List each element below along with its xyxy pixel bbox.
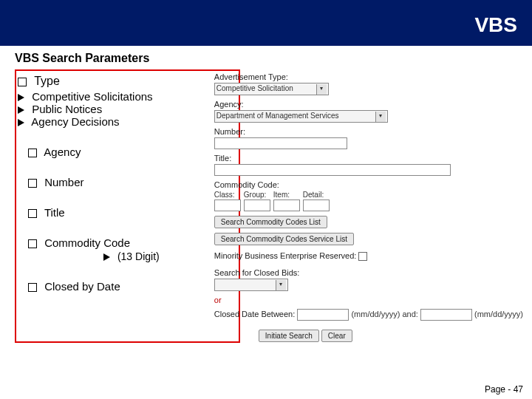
initiate-search-button[interactable]: Initiate Search xyxy=(259,330,319,342)
or-label: or xyxy=(214,296,523,304)
mbe-label: Minority Business Enterprise Reserved: xyxy=(214,251,357,260)
left-outline: Type Competitive Solicitations Public No… xyxy=(0,69,211,347)
header-title: VBS xyxy=(474,13,517,36)
cc-detail-input[interactable] xyxy=(303,200,330,211)
clear-button[interactable]: Clear xyxy=(321,330,352,342)
title-label: Title: xyxy=(214,154,523,163)
date-from-input[interactable] xyxy=(297,309,349,321)
outline-commodity: Commodity Code xyxy=(28,236,211,249)
agency-label: Agency: xyxy=(214,100,523,109)
form-screenshot: Advertisement Type: Competitive Solicita… xyxy=(211,69,532,347)
chevron-down-icon: ▾ xyxy=(316,84,327,95)
adv-type-label: Advertisement Type: xyxy=(214,72,523,81)
closed-between-label: Closed Date Between: xyxy=(214,310,295,318)
closed-select[interactable]: ▾ xyxy=(214,279,288,291)
cc-fields: Class: Group: Item: Detail: xyxy=(214,191,523,211)
header-bar: VBS xyxy=(0,0,532,46)
outline-agency: Agency xyxy=(28,146,211,158)
subheader: VBS Search Parameters xyxy=(0,46,532,69)
content-area: Type Competitive Solicitations Public No… xyxy=(0,69,532,347)
page-number: Page - 47 xyxy=(485,384,523,395)
cc-search-button[interactable]: Search Commodity Codes List xyxy=(214,216,327,228)
outline-title: Title xyxy=(28,206,211,219)
number-label: Number: xyxy=(214,127,523,136)
adv-type-select[interactable]: Competitive Solicitation ▾ xyxy=(214,83,329,95)
cc-label: Commodity Code: xyxy=(214,180,523,189)
outline-type-item-c: Agency Decisions xyxy=(18,115,211,128)
outline-digit: (13 Digit) xyxy=(103,250,211,262)
chevron-down-icon: ▾ xyxy=(375,112,386,122)
cc-group-input[interactable] xyxy=(244,200,270,211)
number-input[interactable] xyxy=(214,137,347,149)
outline-number: Number xyxy=(28,176,211,188)
cc-item-input[interactable] xyxy=(273,200,300,211)
outline-type-item-b: Public Notices xyxy=(18,103,211,115)
outline-type: Type xyxy=(18,75,211,88)
closed-label: Search for Closed Bids: xyxy=(214,268,523,277)
mbe-checkbox[interactable] xyxy=(358,252,367,261)
date-to-input[interactable] xyxy=(420,309,472,321)
title-input[interactable] xyxy=(214,164,451,176)
agency-select[interactable]: Department of Management Services ▾ xyxy=(214,110,388,123)
chevron-down-icon: ▾ xyxy=(276,280,286,290)
outline-type-item-a: Competitive Solicitations xyxy=(18,90,211,103)
cc-class-input[interactable] xyxy=(214,200,241,211)
outline-closed: Closed by Date xyxy=(28,280,211,293)
subheader-title: VBS Search Parameters xyxy=(15,52,149,64)
cc-service-search-button[interactable]: Search Commodity Codes Service List xyxy=(214,233,354,245)
